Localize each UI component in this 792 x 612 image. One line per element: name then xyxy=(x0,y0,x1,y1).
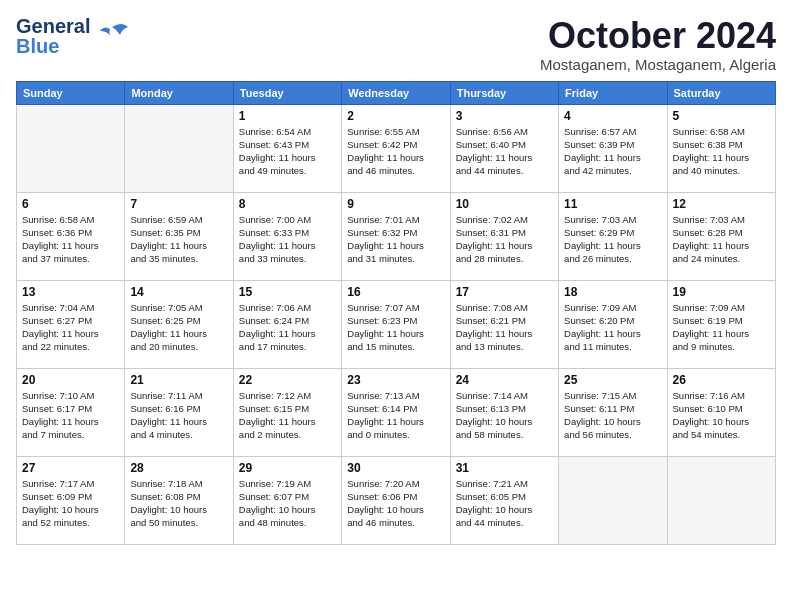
calendar-cell: 4Sunrise: 6:57 AM Sunset: 6:39 PM Daylig… xyxy=(559,104,667,192)
day-info: Sunrise: 7:09 AM Sunset: 6:20 PM Dayligh… xyxy=(564,301,661,354)
title-block: October 2024 Mostaganem, Mostaganem, Alg… xyxy=(540,16,776,73)
calendar-cell: 10Sunrise: 7:02 AM Sunset: 6:31 PM Dayli… xyxy=(450,192,558,280)
day-number: 4 xyxy=(564,109,661,123)
col-header-tuesday: Tuesday xyxy=(233,81,341,104)
calendar-header-row: SundayMondayTuesdayWednesdayThursdayFrid… xyxy=(17,81,776,104)
day-info: Sunrise: 7:09 AM Sunset: 6:19 PM Dayligh… xyxy=(673,301,770,354)
day-number: 31 xyxy=(456,461,553,475)
calendar-cell xyxy=(17,104,125,192)
day-number: 20 xyxy=(22,373,119,387)
day-number: 1 xyxy=(239,109,336,123)
calendar-cell: 5Sunrise: 6:58 AM Sunset: 6:38 PM Daylig… xyxy=(667,104,775,192)
day-number: 21 xyxy=(130,373,227,387)
calendar-cell: 1Sunrise: 6:54 AM Sunset: 6:43 PM Daylig… xyxy=(233,104,341,192)
day-info: Sunrise: 7:03 AM Sunset: 6:29 PM Dayligh… xyxy=(564,213,661,266)
col-header-friday: Friday xyxy=(559,81,667,104)
calendar-cell: 14Sunrise: 7:05 AM Sunset: 6:25 PM Dayli… xyxy=(125,280,233,368)
calendar-cell: 18Sunrise: 7:09 AM Sunset: 6:20 PM Dayli… xyxy=(559,280,667,368)
calendar-cell: 3Sunrise: 6:56 AM Sunset: 6:40 PM Daylig… xyxy=(450,104,558,192)
day-number: 7 xyxy=(130,197,227,211)
calendar-cell: 9Sunrise: 7:01 AM Sunset: 6:32 PM Daylig… xyxy=(342,192,450,280)
calendar-cell: 17Sunrise: 7:08 AM Sunset: 6:21 PM Dayli… xyxy=(450,280,558,368)
col-header-sunday: Sunday xyxy=(17,81,125,104)
day-number: 14 xyxy=(130,285,227,299)
day-info: Sunrise: 6:54 AM Sunset: 6:43 PM Dayligh… xyxy=(239,125,336,178)
day-info: Sunrise: 7:13 AM Sunset: 6:14 PM Dayligh… xyxy=(347,389,444,442)
day-number: 29 xyxy=(239,461,336,475)
calendar-cell: 19Sunrise: 7:09 AM Sunset: 6:19 PM Dayli… xyxy=(667,280,775,368)
calendar-cell: 27Sunrise: 7:17 AM Sunset: 6:09 PM Dayli… xyxy=(17,456,125,544)
calendar-cell: 20Sunrise: 7:10 AM Sunset: 6:17 PM Dayli… xyxy=(17,368,125,456)
day-number: 26 xyxy=(673,373,770,387)
week-row-4: 20Sunrise: 7:10 AM Sunset: 6:17 PM Dayli… xyxy=(17,368,776,456)
day-info: Sunrise: 7:11 AM Sunset: 6:16 PM Dayligh… xyxy=(130,389,227,442)
day-info: Sunrise: 7:17 AM Sunset: 6:09 PM Dayligh… xyxy=(22,477,119,530)
day-number: 12 xyxy=(673,197,770,211)
day-info: Sunrise: 7:14 AM Sunset: 6:13 PM Dayligh… xyxy=(456,389,553,442)
calendar-cell: 15Sunrise: 7:06 AM Sunset: 6:24 PM Dayli… xyxy=(233,280,341,368)
page-header: General Blue October 2024 Mostaganem, Mo… xyxy=(16,16,776,73)
col-header-thursday: Thursday xyxy=(450,81,558,104)
calendar-cell: 6Sunrise: 6:58 AM Sunset: 6:36 PM Daylig… xyxy=(17,192,125,280)
day-number: 11 xyxy=(564,197,661,211)
calendar-cell: 22Sunrise: 7:12 AM Sunset: 6:15 PM Dayli… xyxy=(233,368,341,456)
logo-blue: Blue xyxy=(16,36,90,56)
day-info: Sunrise: 6:56 AM Sunset: 6:40 PM Dayligh… xyxy=(456,125,553,178)
day-info: Sunrise: 7:03 AM Sunset: 6:28 PM Dayligh… xyxy=(673,213,770,266)
col-header-monday: Monday xyxy=(125,81,233,104)
day-number: 19 xyxy=(673,285,770,299)
day-info: Sunrise: 7:07 AM Sunset: 6:23 PM Dayligh… xyxy=(347,301,444,354)
day-number: 8 xyxy=(239,197,336,211)
day-info: Sunrise: 7:05 AM Sunset: 6:25 PM Dayligh… xyxy=(130,301,227,354)
day-info: Sunrise: 7:18 AM Sunset: 6:08 PM Dayligh… xyxy=(130,477,227,530)
calendar-cell xyxy=(125,104,233,192)
day-info: Sunrise: 7:19 AM Sunset: 6:07 PM Dayligh… xyxy=(239,477,336,530)
day-number: 30 xyxy=(347,461,444,475)
day-number: 9 xyxy=(347,197,444,211)
day-info: Sunrise: 7:00 AM Sunset: 6:33 PM Dayligh… xyxy=(239,213,336,266)
day-info: Sunrise: 6:57 AM Sunset: 6:39 PM Dayligh… xyxy=(564,125,661,178)
calendar-cell: 30Sunrise: 7:20 AM Sunset: 6:06 PM Dayli… xyxy=(342,456,450,544)
day-number: 16 xyxy=(347,285,444,299)
calendar-cell: 25Sunrise: 7:15 AM Sunset: 6:11 PM Dayli… xyxy=(559,368,667,456)
calendar-cell xyxy=(559,456,667,544)
calendar-cell: 16Sunrise: 7:07 AM Sunset: 6:23 PM Dayli… xyxy=(342,280,450,368)
day-info: Sunrise: 6:55 AM Sunset: 6:42 PM Dayligh… xyxy=(347,125,444,178)
calendar-cell: 7Sunrise: 6:59 AM Sunset: 6:35 PM Daylig… xyxy=(125,192,233,280)
day-number: 17 xyxy=(456,285,553,299)
day-info: Sunrise: 7:06 AM Sunset: 6:24 PM Dayligh… xyxy=(239,301,336,354)
day-number: 15 xyxy=(239,285,336,299)
day-info: Sunrise: 7:08 AM Sunset: 6:21 PM Dayligh… xyxy=(456,301,553,354)
col-header-saturday: Saturday xyxy=(667,81,775,104)
calendar-cell: 29Sunrise: 7:19 AM Sunset: 6:07 PM Dayli… xyxy=(233,456,341,544)
logo: General Blue xyxy=(16,16,132,56)
week-row-2: 6Sunrise: 6:58 AM Sunset: 6:36 PM Daylig… xyxy=(17,192,776,280)
day-number: 18 xyxy=(564,285,661,299)
day-info: Sunrise: 6:59 AM Sunset: 6:35 PM Dayligh… xyxy=(130,213,227,266)
calendar-cell: 13Sunrise: 7:04 AM Sunset: 6:27 PM Dayli… xyxy=(17,280,125,368)
day-number: 2 xyxy=(347,109,444,123)
location-subtitle: Mostaganem, Mostaganem, Algeria xyxy=(540,56,776,73)
calendar-cell: 8Sunrise: 7:00 AM Sunset: 6:33 PM Daylig… xyxy=(233,192,341,280)
week-row-3: 13Sunrise: 7:04 AM Sunset: 6:27 PM Dayli… xyxy=(17,280,776,368)
week-row-1: 1Sunrise: 6:54 AM Sunset: 6:43 PM Daylig… xyxy=(17,104,776,192)
day-info: Sunrise: 7:15 AM Sunset: 6:11 PM Dayligh… xyxy=(564,389,661,442)
day-number: 10 xyxy=(456,197,553,211)
calendar-cell: 12Sunrise: 7:03 AM Sunset: 6:28 PM Dayli… xyxy=(667,192,775,280)
calendar-cell: 23Sunrise: 7:13 AM Sunset: 6:14 PM Dayli… xyxy=(342,368,450,456)
calendar-table: SundayMondayTuesdayWednesdayThursdayFrid… xyxy=(16,81,776,545)
day-number: 28 xyxy=(130,461,227,475)
logo-bird-icon xyxy=(94,17,132,55)
calendar-cell: 21Sunrise: 7:11 AM Sunset: 6:16 PM Dayli… xyxy=(125,368,233,456)
col-header-wednesday: Wednesday xyxy=(342,81,450,104)
calendar-cell: 26Sunrise: 7:16 AM Sunset: 6:10 PM Dayli… xyxy=(667,368,775,456)
day-number: 13 xyxy=(22,285,119,299)
month-title: October 2024 xyxy=(540,16,776,56)
day-info: Sunrise: 6:58 AM Sunset: 6:38 PM Dayligh… xyxy=(673,125,770,178)
calendar-cell xyxy=(667,456,775,544)
day-info: Sunrise: 7:16 AM Sunset: 6:10 PM Dayligh… xyxy=(673,389,770,442)
day-number: 24 xyxy=(456,373,553,387)
day-info: Sunrise: 7:21 AM Sunset: 6:05 PM Dayligh… xyxy=(456,477,553,530)
day-number: 23 xyxy=(347,373,444,387)
day-info: Sunrise: 7:02 AM Sunset: 6:31 PM Dayligh… xyxy=(456,213,553,266)
